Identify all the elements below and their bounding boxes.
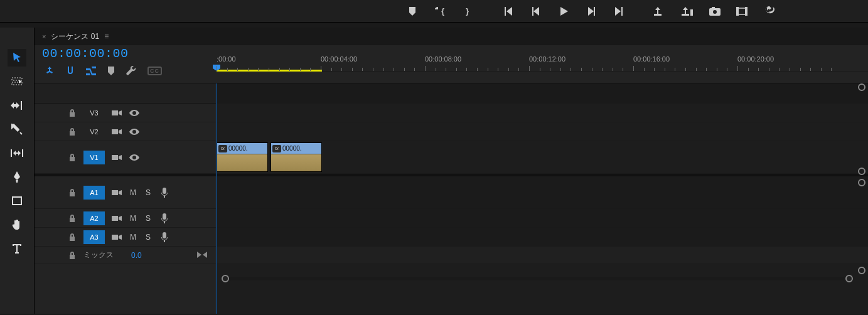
fx-badge-icon[interactable]: fx [218,145,227,152]
sequence-title: シーケンス 01 [51,31,99,42]
vscroll-mid-handle-2[interactable] [858,179,865,186]
step-forward-button[interactable] [584,4,599,19]
tab-menu-icon[interactable]: ≡ [104,32,107,41]
lane-v2[interactable] [217,122,868,141]
solo-button[interactable]: S [144,188,153,197]
voiceover-record-icon[interactable] [159,213,170,223]
vscroll-bottom-handle[interactable] [858,267,865,274]
solo-button[interactable]: S [144,214,153,223]
track-label[interactable]: A2 [83,211,105,225]
lock-icon[interactable] [67,214,77,223]
lock-icon[interactable] [67,188,77,197]
lift-button[interactable] [652,4,667,19]
export-frame-button[interactable] [707,4,722,19]
svg-rect-7 [12,82,22,85]
linked-selection-icon[interactable] [86,67,96,75]
track-output-icon[interactable] [111,215,122,222]
track-header-v2[interactable]: V2 [35,122,216,141]
track-output-icon[interactable] [111,233,122,241]
horizontal-scrollbar[interactable] [222,275,853,282]
track-label[interactable]: A1 [83,186,105,200]
lane-a1[interactable] [217,176,868,209]
track-output-icon[interactable] [111,109,122,117]
track-header-a3[interactable]: A3 M S [35,228,216,247]
mix-pan-icon[interactable] [197,251,207,260]
rectangle-tool[interactable] [8,192,26,210]
lane-v3[interactable] [217,104,868,122]
solo-button[interactable]: S [144,233,153,242]
track-output-icon[interactable] [111,189,122,196]
hscroll-left-handle[interactable] [222,275,229,282]
slip-tool[interactable] [8,144,26,162]
marker-toggle-icon[interactable] [107,67,115,75]
track-header-mix[interactable]: ミックス 0.0 [35,247,216,264]
nest-toggle-icon[interactable] [45,67,55,75]
close-tab-icon[interactable]: × [42,33,46,40]
go-to-in-button[interactable] [501,4,516,19]
mute-button[interactable]: M [129,233,137,242]
pen-tool[interactable] [8,168,26,186]
track-label[interactable]: A3 [83,230,105,244]
track-output-icon[interactable] [111,154,122,161]
mute-button[interactable]: M [129,188,137,197]
ripple-edit-tool[interactable] [8,97,26,114]
video-clip[interactable]: fx00000. [217,142,268,172]
fx-badge-icon[interactable]: fx [272,145,281,152]
track-header-a2[interactable]: A2 M S [35,209,216,228]
mark-out-button[interactable]: } [460,4,475,19]
mix-value[interactable]: 0.0 [131,251,142,260]
lane-v1[interactable]: fx00000.fx00000. [217,141,868,174]
lock-icon[interactable] [67,153,77,162]
lock-icon[interactable] [67,127,77,136]
insert-button[interactable] [735,4,750,19]
clip-label: 00000. [228,145,248,152]
type-tool[interactable] [8,240,26,257]
toggle-visibility-icon[interactable] [129,110,140,116]
track-output-icon[interactable] [111,128,122,136]
snap-toggle-icon[interactable] [66,67,75,75]
lock-icon[interactable] [67,109,77,117]
time-ruler-area[interactable]: :00:0000:00:04:0000:00:08:0000:00:12:000… [217,45,868,72]
hand-tool[interactable] [8,216,26,233]
track-label[interactable]: V3 [83,106,105,120]
voiceover-record-icon[interactable] [159,232,170,242]
voiceover-record-icon[interactable] [159,188,170,198]
captions-toggle-icon[interactable]: CC [147,67,162,75]
mix-label: ミックス [83,250,114,260]
overwrite-button[interactable] [763,4,778,19]
lane-mix[interactable] [217,247,868,264]
mark-in-button[interactable]: { [432,4,447,19]
go-to-out-button[interactable] [611,4,626,19]
track-header-v1[interactable]: V1 [35,141,216,174]
extract-button[interactable] [680,4,695,19]
toggle-visibility-icon[interactable] [129,129,140,135]
track-label[interactable]: V1 [83,151,105,164]
track-label[interactable]: V2 [83,125,105,139]
step-back-button[interactable] [528,4,544,19]
track-header-a1[interactable]: A1 M S [35,176,216,209]
lane-a2[interactable] [217,209,868,228]
settings-wrench-icon[interactable] [126,66,136,76]
vscroll-top-handle[interactable] [858,83,865,91]
svg-rect-13 [163,188,166,194]
lock-icon[interactable] [67,251,77,260]
mute-button[interactable]: M [129,214,137,223]
toggle-visibility-icon[interactable] [129,154,140,161]
lane-a3[interactable] [217,228,868,247]
vscroll-mid-handle-1[interactable] [858,168,865,175]
track-header-v3[interactable]: V3 [35,104,216,122]
playhead-line[interactable] [217,83,217,314]
hscroll-track[interactable] [229,277,845,280]
track-content-area[interactable]: fx00000.fx00000. [217,83,868,314]
razor-tool[interactable] [8,120,26,138]
lock-icon[interactable] [67,233,77,242]
add-marker-button[interactable] [405,4,420,19]
sequence-tab[interactable]: × シーケンス 01 ≡ [35,28,868,45]
current-timecode[interactable]: 00:00:00:00 [42,45,217,61]
play-button[interactable] [556,4,571,19]
track-select-tool[interactable] [8,73,26,90]
hscroll-right-handle[interactable] [845,275,853,282]
selection-tool[interactable] [8,49,26,67]
video-clip[interactable]: fx00000. [271,142,322,172]
svg-rect-12 [112,190,118,195]
